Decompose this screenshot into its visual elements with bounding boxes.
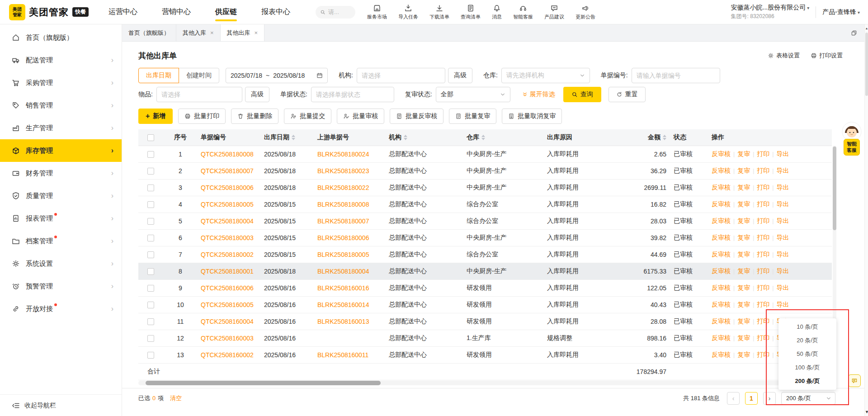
sidebar-item-home[interactable]: 首页（旗舰版） <box>0 26 122 49</box>
page-size-option[interactable]: 100 条/页 <box>778 361 836 374</box>
review-link[interactable]: 复审 <box>737 284 750 291</box>
company-selector[interactable]: 安徽蒸小皖...股份有限公司▾ 集团号: 83202086 <box>731 4 810 20</box>
reset-button[interactable]: 重置 <box>609 87 646 102</box>
clear-selection-link[interactable]: 清空 <box>170 394 182 402</box>
sidebar-item-production[interactable]: 生产管理 › <box>0 117 122 139</box>
print-link[interactable]: 打印 <box>757 150 769 157</box>
review-link[interactable]: 复审 <box>737 301 750 308</box>
print-link[interactable]: 打印 <box>757 301 769 308</box>
row-checkbox[interactable] <box>147 302 154 308</box>
query-button[interactable]: 查询 <box>563 87 601 102</box>
product-suggestion-button[interactable]: 产品建议 <box>544 4 564 20</box>
unaudit-link[interactable]: 反审核 <box>712 284 731 291</box>
row-checkbox[interactable] <box>147 335 154 342</box>
page-scrollbar[interactable]: ▲ ▼ <box>864 24 868 416</box>
unaudit-link[interactable]: 反审核 <box>712 351 731 358</box>
print-link[interactable]: 打印 <box>757 317 769 325</box>
table-row[interactable]: 8 QTCK2508180001 2025/08/18 BLRK25081800… <box>138 263 832 279</box>
table-row[interactable]: 7 QTCK2508180002 2025/08/15 BLRK25081800… <box>138 246 832 263</box>
sidebar-item-sales[interactable]: 销售管理 › <box>0 94 122 117</box>
print-settings-button[interactable]: 打印设置 <box>811 52 843 60</box>
doc-no-link[interactable]: QTCK2508180001 <box>201 268 254 275</box>
doc-no-link[interactable]: QTCK2508180007 <box>201 167 254 175</box>
unaudit-link[interactable]: 反审核 <box>712 217 731 224</box>
row-checkbox[interactable] <box>147 184 154 191</box>
column-header[interactable]: 序号 <box>164 129 197 146</box>
print-link[interactable]: 打印 <box>757 284 769 291</box>
sidebar-item-inventory[interactable]: 库存管理 › <box>0 139 122 162</box>
review-link[interactable]: 复审 <box>737 251 750 258</box>
doc-no-link[interactable]: QTCK2508160004 <box>201 318 254 325</box>
export-link[interactable]: 导出 <box>776 167 789 174</box>
review-link[interactable]: 复审 <box>737 150 750 157</box>
unaudit-link[interactable]: 反审核 <box>712 251 731 258</box>
table-row[interactable]: 1 QTCK2508180008 2025/08/18 BLRK25081800… <box>138 146 832 162</box>
date-type-created-time[interactable]: 创建时间 <box>179 68 219 83</box>
doc-no-link[interactable]: QTCK2508180006 <box>201 184 254 191</box>
upstream-doc-link[interactable]: BLRK2508180023 <box>317 167 369 175</box>
review-link[interactable]: 复审 <box>737 234 750 241</box>
review-link[interactable]: 复审 <box>737 200 750 208</box>
upstream-doc-link[interactable]: BLRK2508180005 <box>317 251 369 258</box>
column-header[interactable]: 状态 <box>670 129 708 146</box>
upstream-doc-link[interactable]: BLRK2508180006 <box>317 234 369 241</box>
export-link[interactable]: 导出 <box>776 284 789 291</box>
date-type-outbound-date[interactable]: 出库日期 <box>138 68 179 83</box>
table-row[interactable]: 2 QTCK2508180007 2025/08/18 BLRK25081800… <box>138 162 832 179</box>
print-link[interactable]: 打印 <box>757 217 769 224</box>
review-link[interactable]: 复审 <box>737 167 750 174</box>
table-row[interactable]: 12 QTCK2508160003 2025/08/16 总部配送中心 1.生产… <box>138 330 832 346</box>
sort-icon[interactable] <box>481 135 485 140</box>
print-link[interactable]: 打印 <box>757 234 769 241</box>
row-checkbox[interactable] <box>147 218 154 225</box>
batch-print-button[interactable]: 批量打印 <box>178 109 226 124</box>
export-link[interactable]: 导出 <box>776 150 789 157</box>
table-settings-button[interactable]: 表格设置 <box>768 52 800 60</box>
page-scroll-thumb[interactable] <box>865 33 868 96</box>
column-header[interactable]: 操作 <box>708 129 832 146</box>
table-row[interactable]: 4 QTCK2508180005 2025/08/15 BLRK25081800… <box>138 196 832 213</box>
table-row[interactable]: 5 QTCK2508180004 2025/08/15 BLRK25081800… <box>138 213 832 229</box>
scroll-down-arrow[interactable]: ▼ <box>865 410 868 414</box>
upstream-doc-link[interactable]: BLRK2508180007 <box>317 217 369 225</box>
doc-status-filter-input[interactable] <box>311 87 394 102</box>
upstream-doc-link[interactable]: BLRK2508160016 <box>317 284 369 292</box>
row-checkbox[interactable] <box>147 285 154 292</box>
sidebar-item-settings[interactable]: 系统设置 › <box>0 252 122 275</box>
expand-filters-button[interactable]: 展开筛选 <box>522 90 555 99</box>
user-menu[interactable]: 产品-查锋锋▾ <box>822 8 860 16</box>
column-header[interactable]: 上游单据号 <box>314 129 385 146</box>
upstream-doc-link[interactable]: BLRK2508180004 <box>317 268 369 275</box>
page-size-option[interactable]: 20 条/页 <box>778 334 836 347</box>
row-checkbox[interactable] <box>147 251 154 258</box>
horizontal-scroll-thumb[interactable] <box>146 381 381 385</box>
nav-operations-center[interactable]: 运营中心 <box>108 0 137 24</box>
export-link[interactable]: 导出 <box>776 267 789 274</box>
date-range-picker[interactable]: 2025/07/18 ~ 2025/08/18 <box>226 68 328 83</box>
unaudit-link[interactable]: 反审核 <box>712 234 731 241</box>
export-link[interactable]: 导出 <box>776 200 789 208</box>
feedback-chat-button[interactable] <box>848 374 861 387</box>
row-checkbox[interactable] <box>147 151 154 158</box>
unaudit-link[interactable]: 反审核 <box>712 334 731 341</box>
smart-support-button[interactable]: 智能客服 <box>513 4 533 20</box>
sidebar-item-purchasing[interactable]: 采购管理 › <box>0 71 122 94</box>
batch-cancel-review-button[interactable]: 批量取消复审 <box>502 109 562 124</box>
warehouse-filter-select[interactable]: 请先选择机构 <box>501 68 590 83</box>
query-list-button[interactable]: 查询清单 <box>461 4 481 20</box>
unaudit-link[interactable]: 反审核 <box>712 200 731 208</box>
tab-home[interactable]: 首页（旗舰版） <box>122 24 176 41</box>
sidebar-item-alerts[interactable]: 预警管理 › <box>0 275 122 298</box>
update-announcement-button[interactable]: 更新公告 <box>576 4 595 20</box>
review-link[interactable]: 复审 <box>737 267 750 274</box>
doc-no-link[interactable]: QTCK2508180002 <box>201 251 254 258</box>
sidebar-item-delivery[interactable]: 配送管理 › <box>0 49 122 71</box>
nav-marketing-center[interactable]: 营销中心 <box>162 0 191 24</box>
vertical-scroll-thumb[interactable] <box>833 147 836 230</box>
column-header[interactable]: 单据编号 <box>197 129 260 146</box>
print-link[interactable]: 打印 <box>757 334 769 341</box>
review-link[interactable]: 复审 <box>737 351 750 358</box>
upstream-doc-link[interactable]: BLRK2508180024 <box>317 151 369 158</box>
import-task-button[interactable]: 导入任务 <box>398 4 418 20</box>
page-size-option[interactable]: 200 条/页 <box>778 374 836 388</box>
